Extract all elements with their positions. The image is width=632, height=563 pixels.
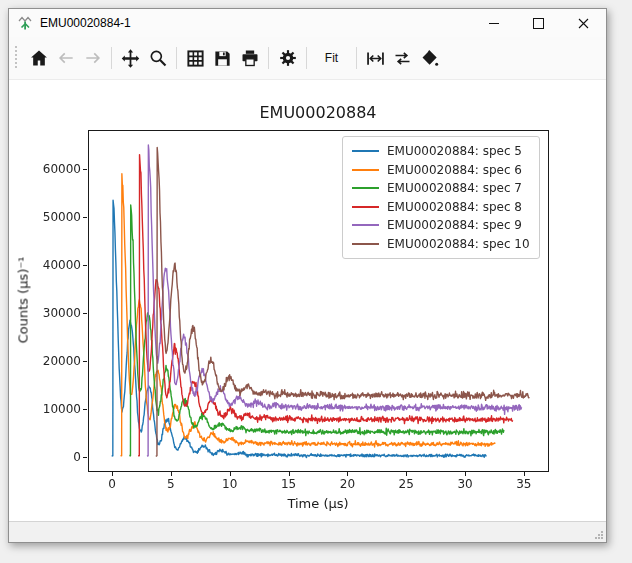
toolbar-separator xyxy=(111,47,112,69)
legend-line-swatch xyxy=(352,150,379,152)
legend-item: EMU00020884: spec 6 xyxy=(352,161,530,180)
back-button[interactable] xyxy=(52,42,79,74)
save-button[interactable] xyxy=(209,42,236,74)
resize-grip[interactable] xyxy=(593,529,604,540)
legend-item: EMU00020884: spec 8 xyxy=(352,198,530,217)
y-tick-label: 40000 xyxy=(43,258,81,272)
fill-color-icon xyxy=(420,48,440,68)
plot-toolbar: Fit xyxy=(9,37,606,80)
x-tick-label: 10 xyxy=(222,477,237,491)
axes-scale-icon xyxy=(365,48,386,69)
fill-color-button[interactable] xyxy=(416,42,443,74)
legend[interactable]: EMU00020884: spec 5EMU00020884: spec 6EM… xyxy=(342,136,540,259)
legend-line-swatch xyxy=(352,206,379,208)
window-title: EMU00020884-1 xyxy=(40,16,131,30)
legend-line-swatch xyxy=(352,224,379,226)
legend-item: EMU00020884: spec 10 xyxy=(352,235,530,254)
pan-icon xyxy=(120,48,141,69)
fit-button[interactable]: Fit xyxy=(312,42,351,74)
legend-label: EMU00020884: spec 5 xyxy=(387,144,522,158)
legend-label: EMU00020884: spec 7 xyxy=(387,181,522,195)
pan-button[interactable] xyxy=(117,42,144,74)
printer-icon xyxy=(240,48,260,68)
app-icon xyxy=(18,15,34,31)
swap-axes-button[interactable] xyxy=(389,42,416,74)
legend-line-swatch xyxy=(352,169,379,171)
grid-icon xyxy=(186,49,205,68)
home-button[interactable] xyxy=(25,42,52,74)
legend-label: EMU00020884: spec 9 xyxy=(387,218,522,232)
legend-label: EMU00020884: spec 10 xyxy=(387,237,530,251)
x-tick-label: 15 xyxy=(281,477,296,491)
plot-title: EMU00020884 xyxy=(259,103,376,122)
close-button[interactable] xyxy=(561,9,606,37)
legend-item: EMU00020884: spec 5 xyxy=(352,142,530,161)
y-tick-label: 20000 xyxy=(43,354,81,368)
maximize-icon xyxy=(533,18,544,29)
gear-icon xyxy=(278,48,298,68)
x-tick-label: 25 xyxy=(399,477,414,491)
maximize-button[interactable] xyxy=(516,9,561,37)
customize-button[interactable] xyxy=(274,42,301,74)
axes-scale-button[interactable] xyxy=(362,42,389,74)
y-tick-label: 30000 xyxy=(43,306,81,320)
swap-axes-icon xyxy=(392,48,413,69)
x-tick-label: 0 xyxy=(108,477,116,491)
minimize-icon xyxy=(489,23,499,24)
y-axis-label: Counts (μs)⁻¹ xyxy=(16,257,31,344)
minimize-button[interactable] xyxy=(471,9,516,37)
x-tick-label: 35 xyxy=(516,477,531,491)
y-tick-label: 0 xyxy=(73,450,81,464)
legend-line-swatch xyxy=(352,187,379,189)
y-tick-label: 60000 xyxy=(43,162,81,176)
title-bar[interactable]: EMU00020884-1 xyxy=(9,9,606,37)
toolbar-separator xyxy=(356,47,357,69)
plot-window: EMU00020884-1 xyxy=(8,8,607,543)
x-tick-label: 20 xyxy=(340,477,355,491)
legend-label: EMU00020884: spec 8 xyxy=(387,200,522,214)
home-icon xyxy=(29,48,49,68)
y-tick-label: 50000 xyxy=(43,210,81,224)
close-icon xyxy=(578,18,589,29)
toolbar-separator xyxy=(176,47,177,69)
zoom-button[interactable] xyxy=(144,42,171,74)
x-axis-label: Time (μs) xyxy=(287,496,348,511)
back-arrow-icon xyxy=(56,48,76,68)
forward-arrow-icon xyxy=(83,48,103,68)
legend-line-swatch xyxy=(352,243,379,245)
magnifier-icon xyxy=(148,48,168,68)
legend-label: EMU00020884: spec 6 xyxy=(387,163,522,177)
status-bar xyxy=(9,521,606,542)
subplots-button[interactable] xyxy=(182,42,209,74)
save-icon xyxy=(213,49,232,68)
toolbar-separator xyxy=(306,47,307,69)
forward-button[interactable] xyxy=(79,42,106,74)
legend-item: EMU00020884: spec 7 xyxy=(352,179,530,198)
x-tick-label: 5 xyxy=(167,477,175,491)
print-button[interactable] xyxy=(236,42,263,74)
figure-area: EMU00020884 Time (μs) Counts (μs)⁻¹ 0510… xyxy=(9,80,606,521)
toolbar-drag-handle[interactable] xyxy=(14,46,17,70)
x-tick-label: 30 xyxy=(457,477,472,491)
toolbar-separator xyxy=(268,47,269,69)
y-tick-label: 10000 xyxy=(43,402,81,416)
legend-item: EMU00020884: spec 9 xyxy=(352,216,530,235)
